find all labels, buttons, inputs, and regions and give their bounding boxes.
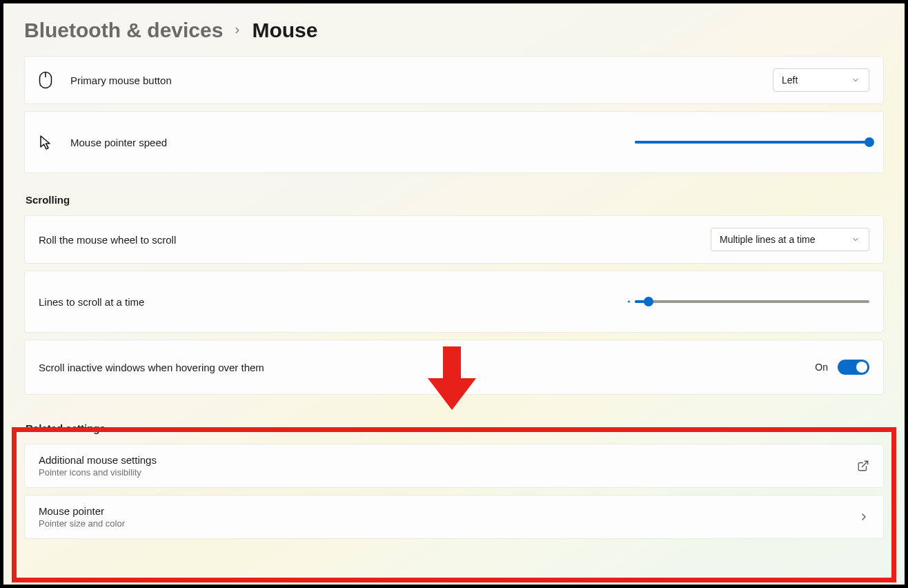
related-pointer-subtitle: Pointer size and color — [39, 518, 858, 529]
scrolling-heading: Scrolling — [26, 194, 884, 206]
primary-mouse-button-label: Primary mouse button — [70, 75, 172, 86]
setting-scroll-inactive-windows: Scroll inactive windows when hovering ov… — [24, 340, 884, 395]
mouse-icon — [39, 71, 70, 89]
svg-line-2 — [862, 461, 868, 467]
primary-mouse-button-select[interactable]: Left — [773, 68, 869, 92]
scroll-inactive-state-text: On — [815, 362, 828, 373]
breadcrumb-parent[interactable]: Bluetooth & devices — [24, 19, 223, 42]
setting-mouse-pointer-speed: Mouse pointer speed — [24, 111, 884, 173]
primary-mouse-button-value: Left — [782, 75, 798, 86]
setting-primary-mouse-button: Primary mouse button Left — [24, 56, 884, 104]
related-additional-subtitle: Pointer icons and visibility — [39, 467, 857, 478]
chevron-down-icon — [851, 75, 860, 85]
setting-lines-to-scroll: Lines to scroll at a time — [24, 271, 884, 333]
related-additional-title: Additional mouse settings — [39, 454, 857, 466]
scroll-inactive-toggle[interactable] — [838, 360, 869, 375]
roll-mouse-wheel-label: Roll the mouse wheel to scroll — [39, 234, 176, 246]
roll-mouse-wheel-select[interactable]: Multiple lines at a time — [711, 228, 869, 251]
lines-to-scroll-slider[interactable] — [635, 300, 869, 303]
roll-mouse-wheel-value: Multiple lines at a time — [720, 234, 816, 245]
related-mouse-pointer[interactable]: Mouse pointer Pointer size and color — [24, 495, 884, 539]
scroll-inactive-label: Scroll inactive windows when hovering ov… — [39, 362, 264, 373]
related-settings-heading: Related settings — [26, 422, 884, 434]
chevron-right-icon — [858, 511, 869, 522]
cursor-icon — [39, 135, 70, 150]
setting-roll-mouse-wheel: Roll the mouse wheel to scroll Multiple … — [24, 215, 884, 264]
chevron-right-icon — [233, 26, 242, 35]
lines-to-scroll-label: Lines to scroll at a time — [39, 296, 144, 308]
chevron-down-icon — [851, 235, 860, 244]
mouse-pointer-speed-slider[interactable] — [635, 141, 869, 144]
mouse-pointer-speed-label: Mouse pointer speed — [70, 137, 167, 148]
related-additional-mouse-settings[interactable]: Additional mouse settings Pointer icons … — [24, 444, 884, 488]
related-pointer-title: Mouse pointer — [39, 505, 858, 517]
external-link-icon — [857, 460, 869, 472]
breadcrumb-current: Mouse — [252, 19, 317, 42]
breadcrumb: Bluetooth & devices Mouse — [24, 19, 884, 42]
